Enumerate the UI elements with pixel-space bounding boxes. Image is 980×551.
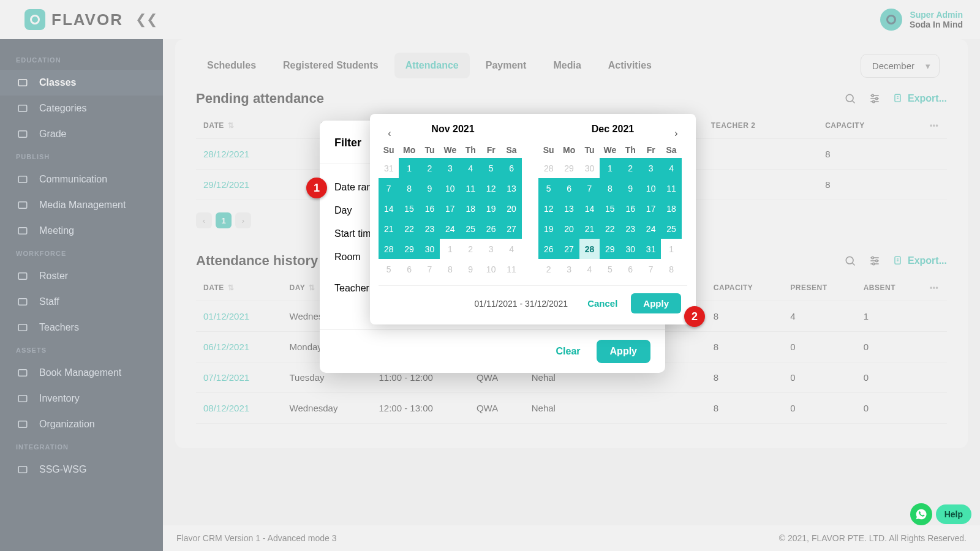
calendar-day[interactable]: 31 <box>379 158 399 178</box>
calendar-day[interactable]: 3 <box>481 239 501 259</box>
calendar-day[interactable]: 24 <box>641 219 661 239</box>
calendar-day[interactable]: 9 <box>420 178 440 198</box>
calendar-day[interactable]: 20 <box>501 198 521 219</box>
dayheader: Sa <box>501 142 521 158</box>
calendar-day[interactable]: 16 <box>620 198 641 219</box>
calendar-day[interactable]: 19 <box>481 198 501 219</box>
calendar-day[interactable]: 26 <box>481 219 501 239</box>
calendar-day[interactable]: 10 <box>440 178 460 198</box>
calendar-day[interactable]: 24 <box>440 219 460 239</box>
calendar-day[interactable]: 18 <box>461 198 481 219</box>
calendar-day[interactable]: 27 <box>559 239 579 259</box>
calendar-right-title: Dec 2021 <box>538 124 687 135</box>
calendar-day[interactable]: 22 <box>600 219 620 239</box>
calendar-day[interactable]: 29 <box>600 239 620 259</box>
filter-clear-button[interactable]: Clear <box>556 346 581 357</box>
calendar-day[interactable]: 26 <box>538 239 559 259</box>
datepicker-cancel-button[interactable]: Cancel <box>587 298 617 309</box>
dayheader: We <box>440 142 460 158</box>
calendar-day[interactable]: 1 <box>399 158 419 178</box>
calendar-day[interactable]: 15 <box>399 198 419 219</box>
help-button[interactable]: Help <box>936 504 971 524</box>
calendar-day[interactable]: 4 <box>461 158 481 178</box>
calendar-day[interactable]: 11 <box>661 178 681 198</box>
calendar-day[interactable]: 27 <box>501 219 521 239</box>
calendar-day[interactable]: 21 <box>379 219 399 239</box>
calendar-day[interactable]: 28 <box>579 239 600 259</box>
calendar-day[interactable]: 3 <box>641 158 661 178</box>
calendar-day[interactable]: 7 <box>579 178 600 198</box>
calendar-day[interactable]: 17 <box>440 198 460 219</box>
calendar-day[interactable]: 29 <box>399 239 419 259</box>
calendar-day[interactable]: 1 <box>440 239 460 259</box>
calendar-day[interactable]: 4 <box>501 239 521 259</box>
calendar-day[interactable]: 1 <box>661 239 681 259</box>
calendar-day[interactable]: 5 <box>600 259 620 279</box>
calendar-day[interactable]: 28 <box>538 158 559 178</box>
calendar-day[interactable]: 8 <box>440 259 460 279</box>
dayheader: Sa <box>661 142 681 158</box>
calendar-day[interactable]: 21 <box>579 219 600 239</box>
calendar-day[interactable]: 3 <box>559 259 579 279</box>
calendar-day[interactable]: 2 <box>620 158 641 178</box>
calendar-day[interactable]: 10 <box>481 259 501 279</box>
calendar-day[interactable]: 20 <box>559 219 579 239</box>
calendar-day[interactable]: 14 <box>379 198 399 219</box>
calendar-day[interactable]: 8 <box>600 178 620 198</box>
calendar-day[interactable]: 7 <box>641 259 661 279</box>
calendar-day[interactable]: 30 <box>620 239 641 259</box>
dayheader: Fr <box>641 142 661 158</box>
calendar-day[interactable]: 3 <box>440 158 460 178</box>
datepicker-apply-button[interactable]: Apply <box>631 293 681 313</box>
calendar-day[interactable]: 25 <box>661 219 681 239</box>
dayheader: Su <box>538 142 559 158</box>
calendar-day[interactable]: 6 <box>501 158 521 178</box>
filter-apply-button[interactable]: Apply <box>597 340 650 363</box>
calendar-day[interactable]: 2 <box>420 158 440 178</box>
calendar-day[interactable]: 8 <box>399 178 419 198</box>
calendar-day[interactable]: 5 <box>481 158 501 178</box>
calendar-day[interactable]: 11 <box>501 259 521 279</box>
calendar-day[interactable]: 14 <box>579 198 600 219</box>
calendar-day[interactable]: 6 <box>399 259 419 279</box>
calendar-day[interactable]: 16 <box>420 198 440 219</box>
calendar-day[interactable]: 25 <box>461 219 481 239</box>
calendar-day[interactable]: 5 <box>379 259 399 279</box>
calendar-day[interactable]: 6 <box>559 178 579 198</box>
calendar-day[interactable]: 1 <box>600 158 620 178</box>
calendar-day[interactable]: 30 <box>420 239 440 259</box>
calendar-day[interactable]: 12 <box>481 178 501 198</box>
calendar-day[interactable]: 7 <box>379 178 399 198</box>
calendar-day[interactable]: 31 <box>641 239 661 259</box>
whatsapp-icon[interactable] <box>910 503 932 525</box>
next-month-icon[interactable]: › <box>669 126 684 141</box>
prev-month-icon[interactable]: ‹ <box>382 126 397 141</box>
calendar-day[interactable]: 19 <box>538 219 559 239</box>
calendar-day[interactable]: 6 <box>620 259 641 279</box>
calendar-day[interactable]: 7 <box>420 259 440 279</box>
calendar-day[interactable]: 4 <box>661 158 681 178</box>
calendar-day[interactable]: 2 <box>461 239 481 259</box>
calendar-day[interactable]: 2 <box>538 259 559 279</box>
calendar-day[interactable]: 28 <box>379 239 399 259</box>
calendar-day[interactable]: 29 <box>559 158 579 178</box>
calendar-day[interactable]: 5 <box>538 178 559 198</box>
dayheader: Mo <box>399 142 419 158</box>
calendar-day[interactable]: 13 <box>501 178 521 198</box>
calendar-day[interactable]: 15 <box>600 198 620 219</box>
calendar-day[interactable]: 4 <box>579 259 600 279</box>
calendar-day[interactable]: 17 <box>641 198 661 219</box>
calendar-day[interactable]: 8 <box>661 259 681 279</box>
calendar-day[interactable]: 11 <box>461 178 481 198</box>
calendar-day[interactable]: 12 <box>538 198 559 219</box>
calendar-day[interactable]: 23 <box>620 219 641 239</box>
calendar-day[interactable]: 23 <box>420 219 440 239</box>
dayheader: Mo <box>559 142 579 158</box>
calendar-day[interactable]: 22 <box>399 219 419 239</box>
calendar-day[interactable]: 9 <box>620 178 641 198</box>
calendar-day[interactable]: 10 <box>641 178 661 198</box>
calendar-day[interactable]: 13 <box>559 198 579 219</box>
calendar-day[interactable]: 9 <box>461 259 481 279</box>
calendar-day[interactable]: 18 <box>661 198 681 219</box>
calendar-day[interactable]: 30 <box>579 158 600 178</box>
